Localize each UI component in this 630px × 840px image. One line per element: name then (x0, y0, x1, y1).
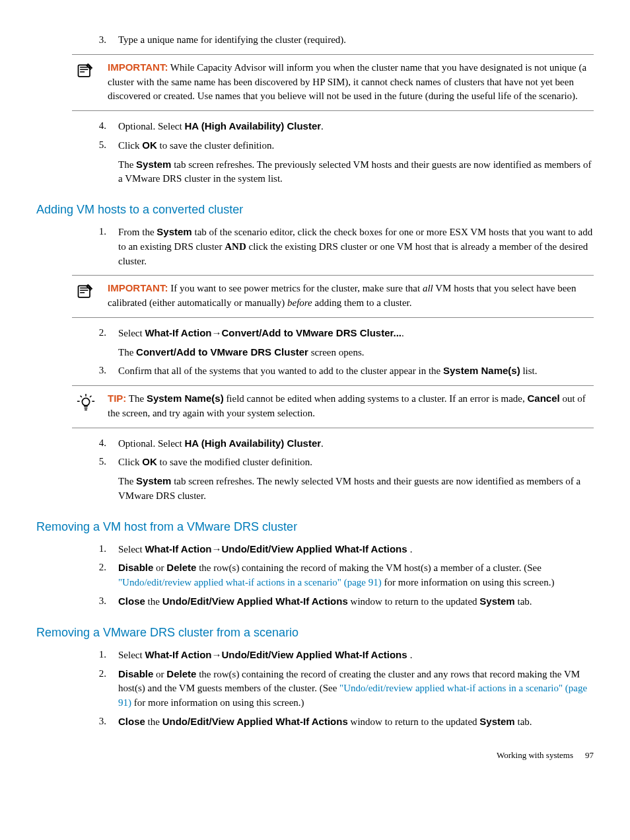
step-2: 2. Select What-If Action→Convert/Add to … (83, 326, 594, 360)
step-3: 3. Close the Undo/Edit/View Applied What… (83, 714, 594, 730)
step-number: 2. (83, 560, 118, 590)
step-number: 4. (83, 436, 118, 451)
step-number: 5. (83, 138, 118, 186)
step-number: 4. (83, 119, 118, 134)
tip-callout: TIP: The System Name(s) field cannot be … (72, 385, 594, 428)
step-text: Click OK to save the modified cluster de… (118, 455, 594, 503)
step-1: 1. From the System tab of the scenario e… (83, 225, 594, 268)
important-callout: IMPORTANT: If you want to see power metr… (72, 275, 594, 318)
important-label: IMPORTANT: (108, 282, 168, 293)
important-body: IMPORTANT: If you want to see power metr… (108, 281, 594, 311)
tip-body: TIP: The System Name(s) field cannot be … (108, 391, 594, 421)
step-1: 1. Select What-If Action→Undo/Edit/View … (83, 648, 594, 663)
step-number: 3. (83, 33, 118, 48)
heading-removing-vm-host: Removing a VM host from a VMware DRS clu… (36, 518, 594, 535)
important-callout: IMPORTANT: While Capacity Advisor will i… (72, 54, 594, 111)
step-5: 5. Click OK to save the cluster definiti… (83, 138, 594, 186)
step-number: 1. (83, 648, 118, 663)
step-text: Close the Undo/Edit/View Applied What-If… (118, 594, 594, 609)
important-text: While Capacity Advisor will inform you w… (108, 62, 586, 102)
footer-text: Working with systems (497, 749, 573, 762)
step-text: Select What-If Action→Undo/Edit/View App… (118, 648, 594, 663)
step-number: 1. (83, 225, 118, 268)
tip-label: TIP: (108, 393, 126, 404)
important-icon (72, 281, 108, 311)
step-number: 2. (83, 667, 118, 710)
important-icon (72, 60, 108, 104)
step-number: 3. (83, 594, 118, 609)
step-number: 3. (83, 714, 118, 730)
heading-adding-vm-hosts: Adding VM hosts to a converted cluster (36, 201, 594, 218)
footer-page-number: 97 (585, 749, 594, 762)
link-undo-edit-review[interactable]: "Undo/edit/review applied what-if action… (118, 577, 382, 588)
step-text: Type a unique name for identifying the c… (118, 33, 594, 48)
step-text: Select What-If Action→Convert/Add to VMw… (118, 326, 594, 360)
step-number: 2. (83, 326, 118, 360)
step-4: 4. Optional. Select HA (High Availabilit… (83, 436, 594, 451)
step-3: 3. Type a unique name for identifying th… (83, 33, 594, 48)
step-3: 3. Close the Undo/Edit/View Applied What… (83, 594, 594, 609)
step-text: Close the Undo/Edit/View Applied What-If… (118, 714, 594, 730)
step-2: 2. Disable or Delete the row(s) containi… (83, 667, 594, 710)
step-text: Optional. Select HA (High Availability) … (118, 436, 594, 451)
step-2: 2. Disable or Delete the row(s) containi… (83, 560, 594, 590)
step-para: The Convert/Add to VMware DRS Cluster sc… (118, 345, 594, 360)
step-text: Confirm that all of the systems that you… (118, 363, 594, 379)
heading-removing-drs-cluster: Removing a VMware DRS cluster from a sce… (36, 624, 594, 641)
step-number: 3. (83, 363, 118, 379)
step-para: The System tab screen refreshes. The new… (118, 474, 594, 504)
step-3: 3. Confirm that all of the systems that … (83, 363, 594, 379)
step-4: 4. Optional. Select HA (High Availabilit… (83, 119, 594, 134)
important-body: IMPORTANT: While Capacity Advisor will i… (108, 60, 594, 104)
step-text: Disable or Delete the row(s) containing … (118, 667, 594, 710)
step-text: Click OK to save the cluster definition.… (118, 138, 594, 186)
step-1: 1. Select What-If Action→Undo/Edit/View … (83, 542, 594, 557)
step-text: Disable or Delete the row(s) containing … (118, 560, 594, 590)
important-label: IMPORTANT: (108, 61, 168, 73)
step-5: 5. Click OK to save the modified cluster… (83, 455, 594, 503)
step-text: From the System tab of the scenario edit… (118, 225, 594, 268)
svg-point-2 (82, 399, 89, 406)
step-number: 1. (83, 542, 118, 557)
step-para: The System tab screen refreshes. The pre… (118, 157, 594, 187)
tip-icon (72, 391, 108, 421)
step-text: Select What-If Action→Undo/Edit/View App… (118, 542, 594, 557)
step-text: Optional. Select HA (High Availability) … (118, 119, 594, 134)
page-footer: Working with systems 97 (36, 749, 594, 762)
step-number: 5. (83, 455, 118, 503)
